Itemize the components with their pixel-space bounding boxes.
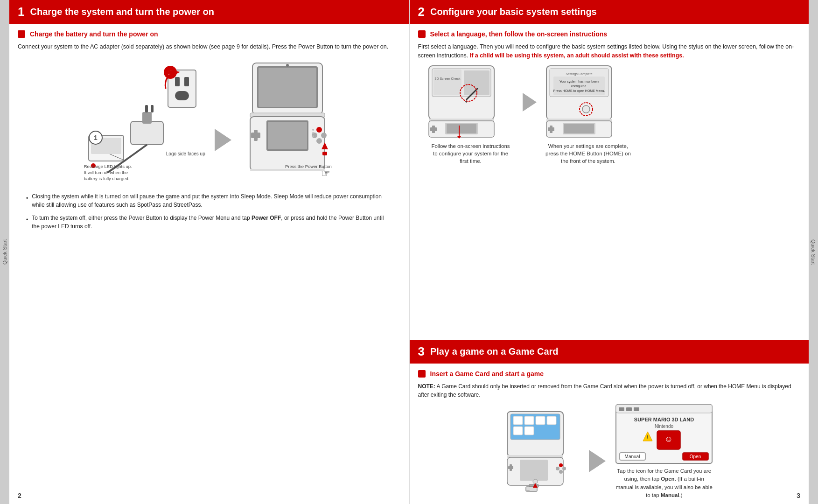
game-caption: Tap the icon for the Game Card you are u…	[615, 467, 713, 499]
red-square2-icon	[418, 30, 426, 38]
note-text: NOTE: A Game Card should only be inserte…	[418, 382, 801, 399]
svg-rect-23	[268, 122, 307, 149]
section3-number: 3	[418, 344, 425, 359]
section2-header: 2 Configure your basic system settings	[410, 0, 809, 24]
svg-rect-6	[131, 121, 163, 145]
game-arrow	[589, 450, 606, 472]
section3-title: Play a game on a Game Card	[430, 346, 559, 357]
svg-rect-72	[547, 416, 556, 425]
bullet-text-1: Closing the system while it is turned on…	[32, 192, 392, 209]
recharge-label: Recharge LED lights up. It will turn off…	[84, 163, 132, 182]
game-device-svg	[505, 411, 580, 492]
left-page-number: 2	[18, 492, 21, 499]
section1-header: 1 Charge the system and turn the power o…	[9, 0, 409, 24]
bullet-item-1: • Closing the system while it is turned …	[26, 192, 392, 209]
svg-rect-35	[250, 169, 325, 171]
caption-left: Follow the on-screen instructions to con…	[429, 142, 513, 165]
right-page-number: 3	[797, 492, 800, 499]
game-screenshots-row: SUPER MARIO 3D LAND Nintendo ! ☺ Manual …	[418, 404, 801, 499]
diagram-arrow	[215, 129, 231, 151]
open-bold: Open	[661, 476, 674, 482]
svg-text:Press HOME to open HOME Menu.: Press HOME to open HOME Menu.	[553, 89, 605, 93]
svg-text:3D Screen Check: 3D Screen Check	[434, 77, 460, 80]
svg-text:Your system has now been: Your system has now been	[559, 80, 599, 84]
svg-point-81	[562, 467, 566, 470]
svg-point-31	[312, 132, 314, 134]
subsection2-header: Select a language, then follow the on-sc…	[418, 30, 801, 38]
svg-rect-92	[626, 407, 632, 411]
svg-rect-49	[430, 127, 437, 131]
subsection1-title: Charge the battery and turn the power on	[30, 30, 158, 38]
screenshot-block-left: 3D Screen Check	[426, 65, 515, 165]
svg-point-82	[559, 470, 563, 474]
subsection3-header: Insert a Game Card and start a game	[418, 370, 801, 378]
svg-rect-25	[251, 133, 260, 138]
diagram-area: 2	[18, 56, 400, 187]
screenshots-row: 3D Screen Check	[426, 65, 792, 165]
svg-rect-2	[184, 77, 189, 86]
bullet-item-2: • To turn the system off, either press t…	[26, 214, 392, 231]
game-select-block: SUPER MARIO 3D LAND Nintendo ! ☺ Manual …	[615, 404, 713, 499]
subsection2-title: Select a language, then follow the on-sc…	[430, 30, 608, 38]
intro-highlight: If a child will be using this system, an…	[470, 52, 684, 59]
svg-point-80	[559, 463, 563, 467]
svg-rect-7	[142, 112, 152, 124]
svg-rect-66	[548, 127, 554, 131]
svg-text:!: !	[647, 435, 649, 440]
section2-title: Configure your basic system settings	[430, 7, 597, 17]
caption-right: When your settings are complete, press t…	[544, 142, 633, 165]
left-page: 1 Charge the system and turn the power o…	[9, 0, 409, 504]
svg-rect-3	[175, 91, 189, 100]
svg-text:Settings Complete: Settings Complete	[566, 72, 592, 76]
svg-rect-74	[524, 427, 534, 435]
svg-rect-1	[175, 77, 180, 86]
subsection3-title: Insert a Game Card and start a game	[430, 370, 544, 378]
svg-point-32	[312, 135, 314, 137]
svg-point-19	[286, 64, 289, 67]
svg-text:1: 1	[94, 134, 98, 141]
screenshot-svg-right: Settings Complete Your system has now be…	[544, 65, 633, 140]
section3-area: 3 Play a game on a Game Card Insert a Ga…	[410, 340, 809, 504]
svg-point-83	[556, 467, 559, 470]
left-side-tab: Quick Start	[0, 0, 9, 504]
svg-rect-71	[536, 416, 545, 425]
ac-adapter-illustration: 2	[84, 61, 205, 182]
svg-rect-93	[634, 407, 639, 411]
right-content: First select a language. Then you will n…	[410, 42, 809, 336]
manual-bold: Manual	[661, 492, 679, 498]
red-square3-icon	[418, 370, 426, 378]
svg-rect-64	[564, 124, 594, 133]
svg-point-60	[582, 105, 590, 113]
left-content: Connect your system to the AC adapter (s…	[9, 42, 409, 504]
svg-rect-8	[145, 105, 148, 112]
section2-number: 2	[418, 5, 425, 19]
svg-rect-38	[433, 70, 461, 95]
screenshot-arrow	[523, 93, 537, 112]
right-side-tab: Quick Start	[809, 0, 818, 504]
press-hand-icon: ☞	[321, 168, 330, 180]
svg-text:configured.: configured.	[571, 84, 587, 88]
svg-rect-73	[513, 427, 523, 435]
section1-number: 1	[18, 5, 24, 19]
red-square-icon	[18, 30, 25, 38]
svg-rect-18	[259, 68, 316, 107]
logo-label: Logo side faces up	[166, 151, 205, 156]
svg-text:Nintendo: Nintendo	[655, 424, 673, 429]
svg-point-30	[312, 129, 314, 131]
game-device-block	[505, 411, 580, 492]
svg-rect-79	[508, 466, 513, 469]
svg-point-26	[316, 127, 322, 133]
svg-rect-33	[322, 152, 327, 155]
svg-text:☺: ☺	[664, 434, 673, 444]
svg-text:SUPER MARIO 3D LAND: SUPER MARIO 3D LAND	[634, 417, 694, 422]
svg-text:Open: Open	[690, 454, 701, 459]
section1-title: Charge the system and turn the power on	[30, 7, 214, 17]
bullet-list: • Closing the system while it is turned …	[26, 192, 392, 231]
intro-text2: First select a language. Then you will n…	[418, 42, 801, 60]
svg-rect-70	[524, 416, 534, 425]
3ds-device-illustration: Press the Power Button ☞	[241, 61, 334, 182]
svg-point-28	[316, 138, 322, 144]
svg-rect-47	[447, 124, 476, 133]
screenshot-block-right: Settings Complete Your system has now be…	[544, 65, 633, 165]
svg-text:Manual: Manual	[625, 454, 640, 459]
